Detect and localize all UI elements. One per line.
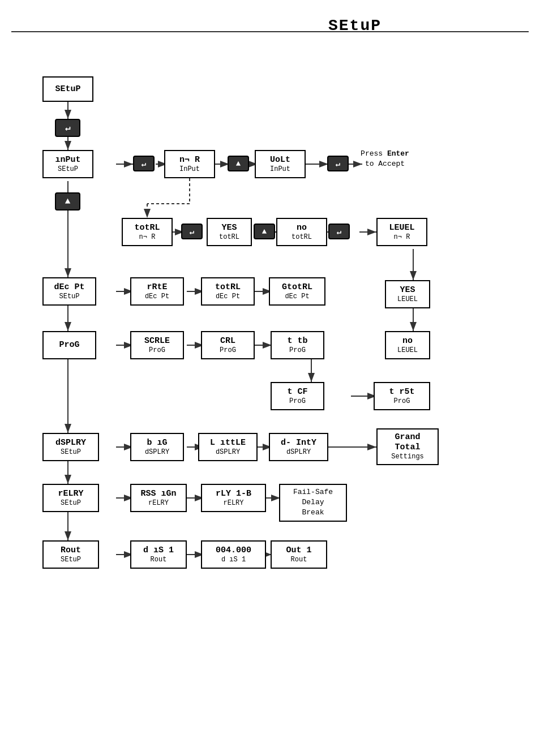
no-total-line2: totRL xyxy=(292,233,312,241)
yes-total-box: YES totRL xyxy=(207,218,252,246)
up-symbol-3: ▲ xyxy=(262,227,267,236)
out1-aout-line1: Out 1 xyxy=(286,545,311,556)
total-nr-box: totRL n¬ R xyxy=(122,218,173,246)
dis1-aout-line2: Rout xyxy=(151,556,167,564)
input-setup-line1: ınPut xyxy=(55,155,80,165)
grand-total-box: Grand Total Settings xyxy=(376,428,439,465)
yes-total-line2: totRL xyxy=(219,233,239,241)
dsplay-setup-line1: dSPLRY xyxy=(55,438,86,448)
page-title: SEtuP xyxy=(328,17,382,35)
input-setup-box: ınPut SEtuP xyxy=(42,150,93,178)
press-enter-text: Press Enterto Accept xyxy=(361,149,409,168)
004000-dis-box: 004.000 d ıS 1 xyxy=(201,540,266,569)
failsafe-relay-label: Fail-Safe Delay Break xyxy=(279,484,347,522)
yes-level-line1: YES xyxy=(400,285,415,295)
dec-pt-line2: SEtuP xyxy=(59,293,79,300)
enter-symbol-2: ↵ xyxy=(142,159,146,169)
setup-label: SEtuP xyxy=(55,84,80,94)
press-enter-label: Press Enterto Accept xyxy=(351,149,419,169)
enter-icon-3: ↵ xyxy=(327,156,349,171)
d-inty-dsplay-line1: d- IntY xyxy=(281,438,316,448)
dsplay-setup-line2: SEtuP xyxy=(61,448,81,456)
004000-dis-line2: d ıS 1 xyxy=(221,556,246,564)
d-inty-dsplay-box: d- IntY dSPLRY xyxy=(269,433,328,461)
no-level-line2: LEUEL xyxy=(397,346,418,354)
total-nr-line2: n¬ R xyxy=(139,233,156,241)
dis1-aout-line1: d ıS 1 xyxy=(143,545,174,556)
total-dec-line1: totRL xyxy=(215,282,241,293)
total-dec-line2: dEc Pt xyxy=(216,293,240,300)
rate-dec-line2: dEc Pt xyxy=(145,293,169,300)
scale-prog-line2: ProG xyxy=(149,346,165,354)
no-level-line1: no xyxy=(402,336,413,346)
assign-relay-line1: RSS ıGn xyxy=(140,489,176,499)
grand-total-line3: Settings xyxy=(391,453,424,461)
total-nr-line1: totRL xyxy=(134,223,160,233)
enter-icon-2: ↵ xyxy=(133,156,155,171)
up-icon-3: ▲ xyxy=(254,224,275,239)
rate-dec-box: rRtE dEc Pt xyxy=(130,277,184,306)
enter-symbol-3: ↵ xyxy=(336,159,340,169)
volt-input-box: UoLt InPut xyxy=(255,150,306,178)
gtotal-dec-line2: dEc Pt xyxy=(285,293,309,300)
gtotal-dec-box: GtotRL dEc Pt xyxy=(269,277,325,306)
no-total-box: no totRL xyxy=(276,218,327,246)
t-cf-prog-box: t CF ProG xyxy=(271,382,324,410)
rate-dec-line1: rRtE xyxy=(147,282,167,293)
little-dsplay-box: L ıttLE dSPLRY xyxy=(198,433,258,461)
big-dsplay-line1: b ıG xyxy=(147,438,167,448)
out1-aout-line2: Rout xyxy=(291,556,307,564)
aout-setup-line1: Rout xyxy=(61,545,81,556)
up-icon-2: ▲ xyxy=(228,156,249,171)
relay-setup-line1: rELRY xyxy=(58,489,83,499)
out1-aout-box: Out 1 Rout xyxy=(271,540,327,569)
enter-symbol-1: ↵ xyxy=(65,122,71,134)
no-level-box: no LEUEL xyxy=(385,331,430,359)
dsplay-setup-box: dSPLRY SEtuP xyxy=(42,433,99,461)
nr-input-line1: n¬ R xyxy=(179,155,200,165)
volt-input-line2: InPut xyxy=(270,165,290,173)
nr-input-line2: InPut xyxy=(179,165,200,173)
setup-box: SEtuP xyxy=(42,76,93,102)
assign-relay-line2: rELRY xyxy=(148,499,169,507)
little-dsplay-line2: dSPLRY xyxy=(216,448,240,456)
t-tb-prog-line1: t tb xyxy=(287,336,307,346)
little-dsplay-line1: L ıttLE xyxy=(210,438,246,448)
t-cf-prog-line1: t CF xyxy=(287,387,307,397)
t-r5t-prog-line2: ProG xyxy=(394,397,410,405)
cal-prog-line1: CRL xyxy=(220,336,235,346)
yes-level-box: YES LEUEL xyxy=(385,280,430,308)
aout-setup-box: Rout SEtuP xyxy=(42,540,99,569)
rly-1b-relay-line2: rELRY xyxy=(223,499,243,507)
nr-input-box: n¬ R InPut xyxy=(164,150,215,178)
cal-prog-line2: ProG xyxy=(220,346,236,354)
dec-pt-line1: dEc Pt xyxy=(54,282,84,293)
up-icon-left: ▲ xyxy=(55,192,80,211)
yes-total-line1: YES xyxy=(221,223,237,233)
level-nr-box: LEUEL n¬ R xyxy=(376,218,427,246)
gtotal-dec-line1: GtotRL xyxy=(282,282,312,293)
dec-pt-box: dEc Pt SEtuP xyxy=(42,277,96,306)
yes-level-line2: LEUEL xyxy=(397,295,418,303)
failsafe-line1: Fail-Safe xyxy=(293,488,333,496)
top-border xyxy=(11,31,529,32)
scale-prog-box: SCRLE ProG xyxy=(130,331,184,359)
failsafe-line3: Break xyxy=(302,508,324,517)
rly-1b-relay-box: rLY 1-B rELRY xyxy=(201,484,266,512)
d-inty-dsplay-line2: dSPLRY xyxy=(286,448,311,456)
failsafe-line2: Delay xyxy=(302,498,324,506)
dis1-aout-box: d ıS 1 Rout xyxy=(130,540,187,569)
t-cf-prog-line2: ProG xyxy=(289,397,306,405)
enter-icon-1: ↵ xyxy=(55,119,80,137)
diagram: SEtuP ↵ ınPut SEtuP ▲ ↵ n¬ R InPut ▲ xyxy=(11,45,529,747)
scale-prog-line1: SCRLE xyxy=(144,336,170,346)
big-dsplay-box: b ıG dSPLRY xyxy=(130,433,184,461)
t-tb-prog-line2: ProG xyxy=(289,346,306,354)
t-tb-prog-box: t tb ProG xyxy=(271,331,324,359)
volt-input-line1: UoLt xyxy=(270,155,290,165)
grand-total-line2: Total xyxy=(395,443,420,453)
grand-total-line1: Grand xyxy=(395,432,420,443)
total-dec-box: totRL dEc Pt xyxy=(201,277,255,306)
prog-line1: ProG xyxy=(59,340,79,350)
assign-relay-box: RSS ıGn rELRY xyxy=(130,484,187,512)
